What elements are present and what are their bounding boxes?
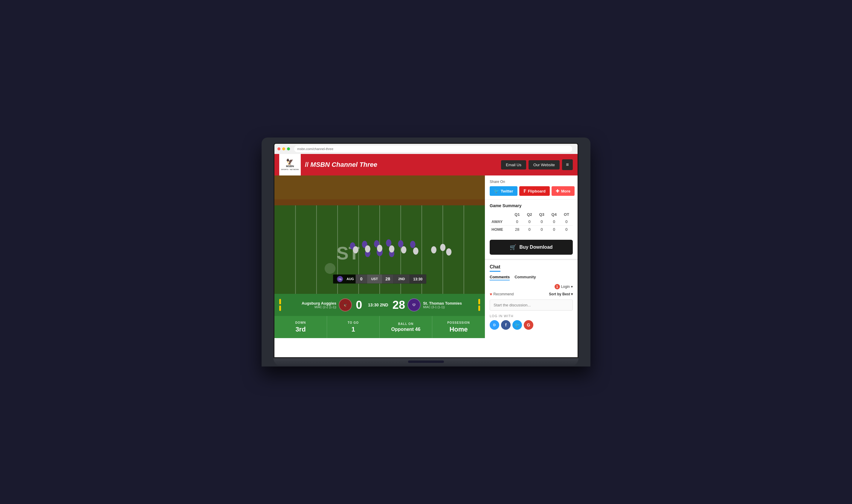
away-q2: 0 <box>523 218 536 226</box>
flipboard-icon: 𝔽 <box>523 188 526 193</box>
home-q2: 0 <box>523 226 536 233</box>
svg-text:2ND: 2ND <box>398 277 405 281</box>
share-section: Share On 🐦 Twitter 𝔽 Flipboard <box>485 176 578 199</box>
browser-minimize[interactable] <box>282 147 285 150</box>
home-team-info: St. Thomas Tommies MIAC (3-1 (1-1)) <box>423 301 476 309</box>
video-container[interactable]: ST <box>274 176 485 294</box>
laptop-base <box>274 358 578 366</box>
svg-text:13:30: 13:30 <box>413 277 422 281</box>
down-cell: DOWN 3rd <box>274 316 327 338</box>
svg-text:28: 28 <box>385 276 390 281</box>
community-tab[interactable]: Community <box>514 275 536 281</box>
email-us-button[interactable]: Email Us <box>501 160 526 169</box>
laptop-screen: msbn.com/channel-three 🦅 MSBN SPORTS · N… <box>274 143 578 358</box>
svg-point-17 <box>386 239 391 247</box>
chevron-down-icon: ▾ <box>571 292 573 296</box>
logo-icon: 🦅 <box>281 159 299 165</box>
browser-address-bar[interactable]: msbn.com/channel-three <box>294 146 572 152</box>
tick <box>279 299 281 304</box>
share-buttons: 🐦 Twitter 𝔽 Flipboard ✚ More <box>490 186 573 196</box>
recommend-row: ♥ Recommend Sort by Best ▾ <box>490 292 573 296</box>
svg-point-29 <box>431 246 436 253</box>
twitter-label: Twitter <box>501 189 513 193</box>
svg-point-26 <box>389 246 394 253</box>
svg-point-30 <box>440 244 446 251</box>
buy-download-label: Buy Download <box>519 245 552 250</box>
svg-point-24 <box>365 246 370 253</box>
chat-controls: 1 Login ▾ <box>490 284 573 289</box>
twitter-icon: 🐦 <box>494 188 499 193</box>
heart-icon: ♥ <box>490 292 492 296</box>
home-team-logo: 🛡 <box>407 298 421 311</box>
chat-tabs: Comments Community <box>490 275 573 281</box>
score-table: Q1 Q2 Q3 Q4 OT AWAY 0 <box>490 211 573 233</box>
tick <box>279 306 281 311</box>
game-summary: Game Summary Q1 Q2 Q3 Q4 OT <box>485 199 578 237</box>
chevron-down-icon: ▾ <box>571 285 573 289</box>
ballon-label: BALL ON <box>398 322 414 326</box>
away-team-record: MIAC (2-2 (1-1)) <box>314 306 336 309</box>
google-login[interactable]: G <box>524 320 533 330</box>
header-logo: 🦅 MSBN SPORTS · NETWORK <box>279 154 301 176</box>
browser-maximize[interactable] <box>287 147 290 150</box>
browser-chrome: msbn.com/channel-three <box>274 144 578 154</box>
svg-text:TS: TS <box>339 278 342 281</box>
share-label: Share On <box>490 180 573 184</box>
svg-point-31 <box>446 248 451 256</box>
comments-tab[interactable]: Comments <box>490 275 510 281</box>
possession-label: POSSESSION <box>447 321 470 324</box>
sort-label: Sort by Best <box>549 292 570 296</box>
down-value: 3rd <box>295 326 306 333</box>
tick <box>478 306 480 311</box>
discussion-input[interactable] <box>490 300 573 311</box>
tick-marks-right <box>478 299 480 311</box>
laptop-shell: msbn.com/channel-three 🦅 MSBN SPORTS · N… <box>261 138 591 366</box>
recommend-button[interactable]: ♥ Recommend <box>490 292 513 296</box>
ballon-cell: BALL ON Opponent 46 <box>380 316 432 338</box>
login-button[interactable]: 1 Login ▾ <box>555 284 573 289</box>
score-table-q3-header: Q3 <box>536 211 548 218</box>
buy-download-button[interactable]: 🛒 Buy Download <box>490 240 573 255</box>
app-header: 🦅 MSBN SPORTS · NETWORK MSBN Channel Thr… <box>274 154 578 176</box>
facebook-login[interactable]: f <box>501 320 511 330</box>
score-table-header-empty <box>490 211 511 218</box>
browser-close[interactable] <box>277 147 280 150</box>
svg-text:AUG: AUG <box>346 277 354 281</box>
home-q3: 0 <box>536 226 548 233</box>
cart-icon: 🛒 <box>510 244 516 251</box>
browser-url: msbn.com/channel-three <box>297 147 333 151</box>
disqus-login[interactable]: D <box>490 320 499 330</box>
flipboard-share-button[interactable]: 𝔽 Flipboard <box>519 186 550 196</box>
score-table-q1-header: Q1 <box>511 211 523 218</box>
login-badge: 1 <box>555 284 560 289</box>
our-website-button[interactable]: Our Website <box>528 160 560 169</box>
score-table-q2-header: Q2 <box>523 211 536 218</box>
menu-button[interactable]: ≡ <box>562 159 573 170</box>
away-q3: 0 <box>536 218 548 226</box>
logo-text: MSBN <box>286 165 294 168</box>
more-icon: ✚ <box>556 188 559 193</box>
more-share-button[interactable]: ✚ More <box>551 186 575 196</box>
possession-value: Home <box>449 326 468 333</box>
login-with-label: LOG IN WITH <box>490 314 573 318</box>
away-score: 0 <box>354 299 364 311</box>
home-q1: 28 <box>511 226 523 233</box>
logo-inner: 🦅 MSBN SPORTS · NETWORK <box>281 159 299 171</box>
tick-marks-left <box>279 299 281 311</box>
home-team-name: St. Thomas Tommies <box>423 301 462 306</box>
possession-cell: POSSESSION Home <box>432 316 485 338</box>
logo-subtext: SPORTS · NETWORK <box>281 168 299 170</box>
game-clock: 13:30 2ND <box>366 303 390 307</box>
svg-point-19 <box>410 241 416 248</box>
twitter-share-button[interactable]: 🐦 Twitter <box>490 186 518 196</box>
more-label: More <box>561 189 570 193</box>
svg-point-27 <box>401 246 406 253</box>
sort-button[interactable]: Sort by Best ▾ <box>549 292 573 296</box>
away-q1: 0 <box>511 218 523 226</box>
twitter-login[interactable]: 🐦 <box>512 320 522 330</box>
header-title: MSBN Channel Three <box>305 161 501 168</box>
app-content: 🦅 MSBN SPORTS · NETWORK MSBN Channel Thr… <box>274 154 578 357</box>
ballon-value: Opponent 46 <box>391 327 421 332</box>
down-label: DOWN <box>295 321 306 324</box>
away-score-row: AWAY 0 0 0 0 0 <box>490 218 573 226</box>
